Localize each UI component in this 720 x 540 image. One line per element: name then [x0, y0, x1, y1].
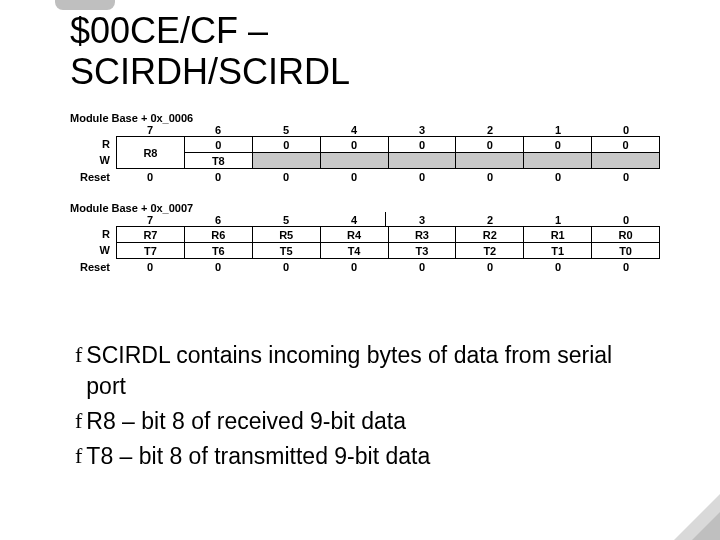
bullet-text: T8 – bit 8 of transmitted 9-bit data [86, 441, 430, 472]
bullet-item: f T8 – bit 8 of transmitted 9-bit data [75, 441, 655, 472]
bit-num: 7 [116, 214, 184, 226]
bit-num: 3 [388, 214, 456, 226]
cell: T0 [592, 243, 660, 259]
register-figure-scirdh: Module Base + 0x_0006 7 6 5 4 3 2 1 0 R … [70, 112, 660, 183]
page-title: $00CE/CF – SCIRDH/SCIRDL [70, 10, 350, 93]
cell: R4 [320, 227, 388, 243]
bullet-text: R8 – bit 8 of received 9-bit data [86, 406, 406, 437]
bit-num: 2 [456, 214, 524, 226]
spacer [70, 124, 116, 136]
reset-val: 0 [592, 171, 660, 183]
register-grid-2: R7 R6 R5 R4 R3 R2 R1 R0 T7 T6 T5 T4 T3 T… [116, 226, 660, 259]
slide-tab [55, 0, 115, 10]
reset-val: 0 [116, 261, 184, 273]
cell-shaded [388, 153, 456, 169]
w-label: W [70, 242, 116, 258]
reset-val: 0 [388, 261, 456, 273]
reset-val: 0 [456, 171, 524, 183]
cell-shaded [456, 153, 524, 169]
r-label: R [70, 226, 116, 242]
bullet-item: f SCIRDL contains incoming bytes of data… [75, 340, 655, 402]
cell: 0 [320, 137, 388, 153]
reset-row-1: Reset 0 0 0 0 0 0 0 0 [70, 171, 660, 183]
module-base-1: Module Base + 0x_0006 [70, 112, 660, 124]
cell: R1 [524, 227, 592, 243]
reset-row-2: Reset 0 0 0 0 0 0 0 0 [70, 261, 660, 273]
cell: T1 [524, 243, 592, 259]
bullet-text: SCIRDL contains incoming bytes of data f… [86, 340, 655, 402]
cell: R0 [592, 227, 660, 243]
reset-label: Reset [70, 171, 116, 183]
bullet-marker: f [75, 340, 82, 402]
bullet-list: f SCIRDL contains incoming bytes of data… [75, 340, 655, 476]
module-base-2: Module Base + 0x_0007 [70, 202, 660, 214]
bit-header-2: 7 6 5 4 3 2 1 0 [116, 214, 660, 226]
cell: T4 [320, 243, 388, 259]
reset-val: 0 [320, 261, 388, 273]
reset-val: 0 [524, 171, 592, 183]
register-grid-1: R8 0 0 0 0 0 0 0 T8 [116, 136, 660, 169]
reset-val: 0 [320, 171, 388, 183]
bit-num: 0 [592, 214, 660, 226]
reset-val: 0 [524, 261, 592, 273]
rw-labels-1: R W [70, 136, 116, 169]
title-line-2: SCIRDH/SCIRDL [70, 51, 350, 92]
bit-num: 1 [524, 214, 592, 226]
bit-num-text: 3 [419, 214, 425, 226]
cell: T3 [388, 243, 456, 259]
reset-val: 0 [456, 261, 524, 273]
bullet-item: f R8 – bit 8 of received 9-bit data [75, 406, 655, 437]
register-figure-scirdl: Module Base + 0x_0007 7 6 5 4 3 2 1 0 R … [70, 202, 660, 273]
cell: 0 [456, 137, 524, 153]
reset-label: Reset [70, 261, 116, 273]
cell-shaded [252, 153, 320, 169]
reset-val: 0 [592, 261, 660, 273]
w-label: W [70, 152, 116, 168]
reset-val: 0 [252, 261, 320, 273]
bit-num: 2 [456, 124, 524, 136]
cell: T6 [184, 243, 252, 259]
page-curl-icon [674, 494, 720, 540]
bit-num: 0 [592, 124, 660, 136]
cell: 0 [252, 137, 320, 153]
bit-num: 4 [320, 214, 388, 226]
bit-num: 7 [116, 124, 184, 136]
cell: T5 [252, 243, 320, 259]
spacer [70, 214, 116, 226]
cell-r8: R8 [117, 137, 185, 169]
rw-labels-2: R W [70, 226, 116, 259]
bit-num: 4 [320, 124, 388, 136]
tick-mark [385, 212, 386, 226]
cell: 0 [388, 137, 456, 153]
cell: R7 [117, 227, 185, 243]
cell-shaded [592, 153, 660, 169]
cell: R5 [252, 227, 320, 243]
bit-num: 6 [184, 124, 252, 136]
bullet-marker: f [75, 441, 82, 472]
cell-t8: T8 [184, 153, 252, 169]
cell: 0 [524, 137, 592, 153]
cell: R2 [456, 227, 524, 243]
cell-shaded [524, 153, 592, 169]
cell-shaded [320, 153, 388, 169]
title-line-1: $00CE/CF – [70, 10, 268, 51]
cell: R3 [388, 227, 456, 243]
reset-val: 0 [388, 171, 456, 183]
cell: T7 [117, 243, 185, 259]
reset-val: 0 [184, 171, 252, 183]
bit-num: 5 [252, 214, 320, 226]
bit-num: 3 [388, 124, 456, 136]
cell: 0 [184, 137, 252, 153]
r-label: R [70, 136, 116, 152]
bit-num: 6 [184, 214, 252, 226]
cell: 0 [592, 137, 660, 153]
cell: T2 [456, 243, 524, 259]
reset-val: 0 [184, 261, 252, 273]
bullet-marker: f [75, 406, 82, 437]
bit-num: 1 [524, 124, 592, 136]
bit-num: 5 [252, 124, 320, 136]
reset-val: 0 [116, 171, 184, 183]
reset-val: 0 [252, 171, 320, 183]
cell: R6 [184, 227, 252, 243]
cell-text: R8 [143, 147, 157, 159]
